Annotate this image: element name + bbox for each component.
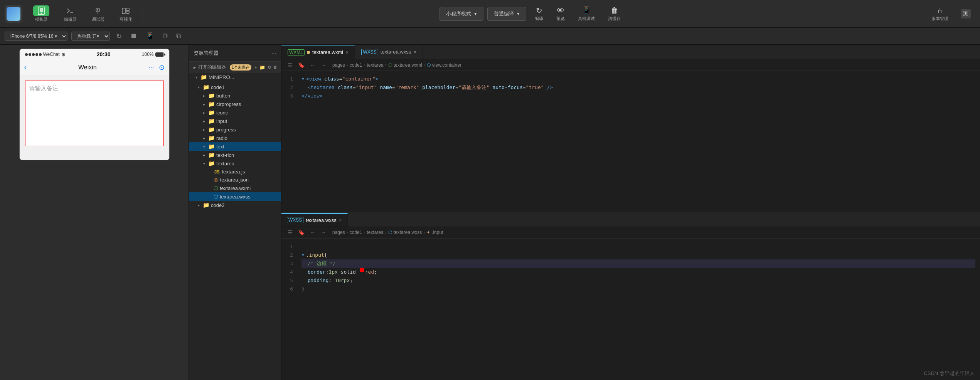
- tree-item-code2[interactable]: ▸ 📁 code2: [189, 201, 281, 209]
- screen-more-button[interactable]: ⧉: [174, 30, 184, 42]
- svg-point-2: [41, 13, 42, 14]
- csdn-watermark: CSDN @早起的年轻人: [924, 370, 975, 377]
- phone-frame: WeChat ⊕ 20:30 100% ‹ Weixin ··· ⊙: [19, 49, 170, 160]
- tree-item-progress[interactable]: ▸ 📁 progress: [189, 125, 281, 134]
- sep4: ›: [424, 62, 425, 68]
- tree-item-button[interactable]: ▸ 📁 button: [189, 91, 281, 100]
- lower-forward-btn[interactable]: →: [319, 229, 328, 236]
- breadcrumb-textarea[interactable]: textarea: [367, 62, 383, 68]
- list-view-btn[interactable]: ☰: [286, 61, 294, 69]
- device-select[interactable]: iPhone 6/7/8 85% 16 ▾: [5, 32, 67, 41]
- tree-item-textarea.json[interactable]: {} textarea.json: [189, 176, 281, 184]
- tree-item-input[interactable]: ▸ 📁 input: [189, 117, 281, 125]
- simulator-button[interactable]: 模拟器: [28, 4, 55, 24]
- tree-item-code1[interactable]: ▾ 📁 code1: [189, 83, 281, 91]
- stop-button[interactable]: ⏹: [128, 30, 140, 42]
- phone-frame-button[interactable]: 📱: [143, 30, 157, 42]
- wxss-preview-tab[interactable]: WXSS textarea.wxss ×: [355, 45, 423, 59]
- upper-line-numbers: 1 2 3: [281, 71, 297, 212]
- bookmark-btn[interactable]: 🔖: [296, 61, 306, 69]
- tree-item-text[interactable]: ▾ 📁 text: [189, 142, 281, 151]
- tree-icon-button: 📁: [208, 92, 215, 99]
- wifi-icon: ⊕: [61, 52, 66, 57]
- back-nav-btn[interactable]: ←: [308, 61, 317, 69]
- lower-code-content[interactable]: ▾ .input { /* 边框 */ border: [297, 239, 980, 380]
- record-icon[interactable]: ⊙: [159, 63, 165, 72]
- tree-label-textarea.json: textarea.json: [220, 177, 249, 183]
- lower-code-line-3: /* 边框 */: [301, 259, 975, 268]
- version-button[interactable]: ⑃ 版本管理: [927, 4, 953, 24]
- preview-label: 预览: [556, 16, 565, 22]
- lower-bc-pages[interactable]: pages: [332, 230, 345, 235]
- lower-bc-textarea[interactable]: textarea: [367, 230, 383, 235]
- tree-item-radio[interactable]: ▸ 📁 radio: [189, 134, 281, 142]
- watermark-text: CSDN @早起的年轻人: [924, 370, 975, 376]
- compile-label: 编译: [535, 16, 543, 22]
- lower-list-btn[interactable]: ☰: [286, 229, 294, 236]
- tree-item-textarea.wxml[interactable]: ⬡ textarea.wxml: [189, 184, 281, 192]
- lower-bc-selector[interactable]: .input: [432, 230, 443, 235]
- tree-arrow-cirprogress: ▸: [201, 102, 207, 106]
- tree-label-radio: radio: [216, 135, 227, 141]
- wxss-preview-close[interactable]: ×: [413, 49, 416, 55]
- upper-tabs-row: WXML textarea.wxml × WXSS textarea.wxss …: [281, 45, 980, 59]
- menu-dots-icon[interactable]: ···: [148, 63, 154, 72]
- tree-arrow-text: ▾: [201, 145, 207, 149]
- open-editors-row[interactable]: ▸ 打开的编辑器 1个未保存 + 📁 ↻ ≡: [189, 62, 281, 73]
- new-file-icon[interactable]: +: [254, 65, 257, 70]
- tree-item-textarea.wxss[interactable]: ⬡ textarea.wxss: [189, 192, 281, 201]
- signal-icon: [25, 53, 42, 56]
- back-button[interactable]: ‹: [24, 63, 27, 72]
- tree-item-textarea[interactable]: ▾ 📁 textarea: [189, 159, 281, 168]
- upper-code-content[interactable]: ▾ <view class = "container" > <textarea: [297, 71, 980, 212]
- mode-chevron-icon: ▾: [474, 11, 477, 17]
- wxss-tab[interactable]: WXSS textarea.wxss ×: [281, 213, 348, 227]
- breadcrumb-view[interactable]: view.container: [432, 62, 461, 68]
- visual-button[interactable]: 可视化: [113, 4, 138, 24]
- lower-code-line-4: border : 1px solid red ;: [301, 268, 975, 276]
- lower-breadcrumb-controls: ☰ 🔖 ← →: [286, 229, 328, 236]
- wxml-tab[interactable]: WXML textarea.wxml ×: [281, 45, 355, 59]
- lower-bc-wxss[interactable]: textarea.wxss: [394, 230, 422, 235]
- lower-bc-code1[interactable]: code1: [350, 230, 362, 235]
- dual-screen-button[interactable]: ⧉: [160, 30, 170, 42]
- version-label: 版本管理: [931, 16, 948, 22]
- preview-button[interactable]: 👁 预览: [552, 4, 569, 24]
- phone-nav-bar: ‹ Weixin ··· ⊙: [20, 60, 169, 75]
- lower-bookmark-btn[interactable]: 🔖: [296, 229, 306, 236]
- status-right: 100%: [142, 52, 164, 57]
- root-folder-item[interactable]: ▾ 📁 MINIPRO...: [189, 73, 281, 81]
- tree-item-text-rich[interactable]: ▸ 📁 text-rich: [189, 151, 281, 159]
- mode-dropdown[interactable]: 小程序模式 ▾: [439, 7, 483, 21]
- forward-nav-btn[interactable]: →: [319, 61, 328, 69]
- collapse-icon[interactable]: ≡: [274, 65, 276, 70]
- tree-item-cirprogress[interactable]: ▸ 📁 cirprogress: [189, 100, 281, 108]
- realtest-button[interactable]: 📱 真机调试: [573, 4, 599, 24]
- wxss-tab-close[interactable]: ×: [339, 217, 342, 223]
- more-actions-icon[interactable]: ···: [271, 50, 276, 57]
- new-folder-icon[interactable]: 📁: [259, 65, 265, 70]
- breadcrumb-code1[interactable]: code1: [350, 62, 362, 68]
- sep1: ›: [347, 62, 348, 68]
- tree-label-text-rich: text-rich: [216, 152, 234, 158]
- breadcrumb-pages[interactable]: pages: [332, 62, 345, 68]
- compile-button[interactable]: ↻ 编译: [530, 4, 548, 24]
- refresh-button[interactable]: ↻: [114, 30, 124, 42]
- tree-item-textarea.js[interactable]: JS textarea.js: [189, 168, 281, 176]
- lower-tabs-row: WXSS textarea.wxss ×: [281, 213, 980, 227]
- lower-back-btn[interactable]: ←: [308, 229, 317, 236]
- realtest-icon: 📱: [582, 6, 591, 15]
- editor-button[interactable]: 编辑器: [58, 4, 83, 24]
- nav-right: ··· ⊙: [148, 63, 164, 72]
- clearcache-button[interactable]: 🗑 清缓存: [603, 4, 625, 24]
- tree-item-iconc[interactable]: ▸ 📁 iconc: [189, 108, 281, 117]
- hotreload-select[interactable]: 热重载 开▾: [71, 32, 110, 41]
- translate-dropdown[interactable]: 普通编译 ▾: [487, 7, 526, 21]
- measure-button[interactable]: 测: [956, 4, 975, 24]
- breadcrumb-wxml[interactable]: textarea.wxml: [394, 62, 422, 68]
- visual-label: 可视化: [120, 17, 132, 22]
- compile-icon: ↻: [536, 6, 542, 15]
- wxml-tab-close[interactable]: ×: [345, 49, 349, 55]
- debugger-button[interactable]: 调试器: [86, 4, 110, 24]
- refresh-tree-icon[interactable]: ↻: [268, 65, 271, 70]
